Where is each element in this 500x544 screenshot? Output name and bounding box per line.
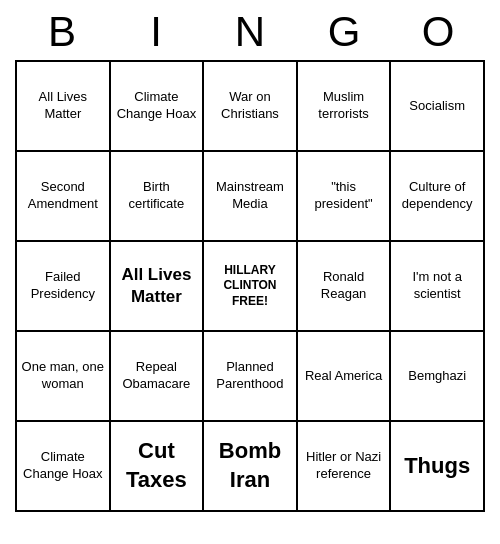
bingo-letter: N <box>207 8 293 56</box>
bingo-cell: Bemghazi <box>391 332 485 422</box>
bingo-row: Failed PresidencyAll Lives MatterHILLARY… <box>17 242 485 332</box>
bingo-cell: Muslim terrorists <box>298 62 392 152</box>
bingo-cell: Climate Change Hoax <box>111 62 205 152</box>
bingo-cell: "this president" <box>298 152 392 242</box>
bingo-grid: All Lives MatterClimate Change HoaxWar o… <box>15 60 485 512</box>
bingo-cell: All Lives Matter <box>111 242 205 332</box>
bingo-letter: B <box>19 8 105 56</box>
bingo-cell: Culture of dependency <box>391 152 485 242</box>
bingo-letter: I <box>113 8 199 56</box>
bingo-cell: Real America <box>298 332 392 422</box>
bingo-row: Climate Change HoaxCut TaxesBomb IranHit… <box>17 422 485 512</box>
bingo-cell: All Lives Matter <box>17 62 111 152</box>
bingo-cell: Bomb Iran <box>204 422 298 512</box>
bingo-cell: HILLARY CLINTON FREE! <box>204 242 298 332</box>
bingo-cell: Climate Change Hoax <box>17 422 111 512</box>
bingo-row: All Lives MatterClimate Change HoaxWar o… <box>17 62 485 152</box>
bingo-cell: Birth certificate <box>111 152 205 242</box>
bingo-letter: G <box>301 8 387 56</box>
bingo-cell: Second Amendment <box>17 152 111 242</box>
bingo-cell: Planned Parenthood <box>204 332 298 422</box>
bingo-cell: I'm not a scientist <box>391 242 485 332</box>
bingo-title: BINGO <box>15 0 485 60</box>
bingo-cell: Thugs <box>391 422 485 512</box>
bingo-cell: Mainstream Media <box>204 152 298 242</box>
bingo-row: Second AmendmentBirth certificateMainstr… <box>17 152 485 242</box>
bingo-cell: Socialism <box>391 62 485 152</box>
bingo-cell: Cut Taxes <box>111 422 205 512</box>
bingo-cell: Repeal Obamacare <box>111 332 205 422</box>
bingo-letter: O <box>395 8 481 56</box>
bingo-cell: War on Christians <box>204 62 298 152</box>
bingo-cell: One man, one woman <box>17 332 111 422</box>
bingo-cell: Failed Presidency <box>17 242 111 332</box>
bingo-row: One man, one womanRepeal ObamacarePlanne… <box>17 332 485 422</box>
bingo-cell: Hitler or Nazi reference <box>298 422 392 512</box>
bingo-cell: Ronald Reagan <box>298 242 392 332</box>
